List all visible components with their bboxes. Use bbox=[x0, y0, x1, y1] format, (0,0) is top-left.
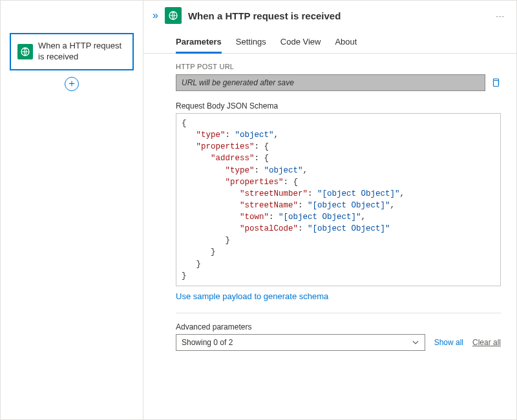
tab-settings[interactable]: Settings bbox=[236, 33, 266, 53]
more-menu-icon[interactable]: ··· bbox=[493, 11, 507, 21]
schema-editor[interactable]: { "type": "object", "properties": { "add… bbox=[176, 113, 501, 286]
clear-all-link[interactable]: Clear all bbox=[472, 338, 501, 347]
add-step-button[interactable]: ＋ bbox=[65, 77, 79, 91]
tab-parameters[interactable]: Parameters bbox=[176, 33, 222, 53]
http-request-icon bbox=[165, 7, 182, 24]
collapse-panel-icon[interactable]: » bbox=[153, 10, 158, 21]
divider bbox=[176, 313, 501, 313]
advanced-params-select[interactable]: Showing 0 of 2 bbox=[176, 334, 425, 351]
panel-title: When a HTTP request is received bbox=[188, 10, 493, 21]
designer-canvas: When a HTTP request is received ＋ bbox=[1, 1, 143, 419]
show-all-link[interactable]: Show all bbox=[434, 338, 463, 347]
schema-label: Request Body JSON Schema bbox=[176, 101, 501, 110]
details-panel: » When a HTTP request is received ··· Pa… bbox=[143, 1, 516, 419]
copy-url-icon[interactable] bbox=[491, 78, 501, 88]
tab-about[interactable]: About bbox=[335, 33, 357, 53]
advanced-params-label: Advanced parameters bbox=[176, 322, 501, 331]
svg-rect-2 bbox=[494, 81, 499, 87]
use-sample-payload-link[interactable]: Use sample payload to generate schema bbox=[176, 291, 328, 301]
http-request-icon bbox=[17, 44, 33, 59]
tab-bar: Parameters Settings Code View About bbox=[143, 28, 516, 54]
trigger-node[interactable]: When a HTTP request is received bbox=[10, 33, 134, 70]
url-readonly-field: URL will be generated after save bbox=[176, 74, 485, 91]
url-label: HTTP POST URL bbox=[176, 63, 501, 70]
tab-codeview[interactable]: Code View bbox=[280, 33, 321, 53]
advanced-params-value: Showing 0 of 2 bbox=[182, 338, 233, 347]
chevron-down-icon bbox=[412, 339, 419, 346]
trigger-node-label: When a HTTP request is received bbox=[38, 41, 126, 63]
